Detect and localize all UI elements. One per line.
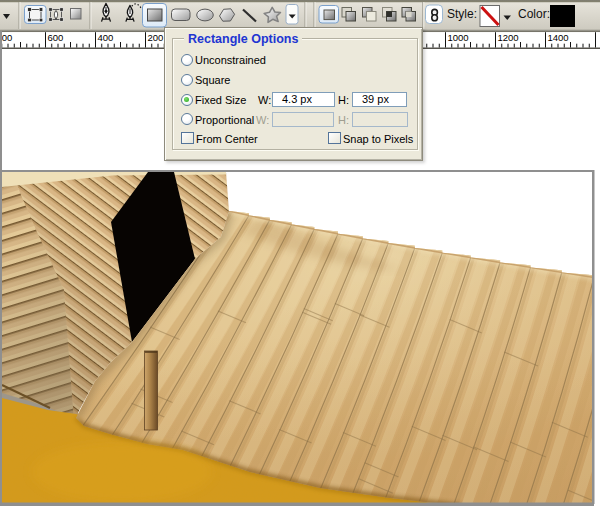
- svg-text:Style:: Style:: [447, 7, 477, 21]
- svg-text:400: 400: [98, 32, 114, 43]
- svg-text:600: 600: [48, 32, 64, 43]
- svg-text:Color:: Color:: [518, 7, 550, 21]
- svg-text:200: 200: [148, 32, 164, 43]
- svg-text:1400: 1400: [548, 32, 569, 43]
- svg-text:1200: 1200: [498, 32, 519, 43]
- svg-text:1000: 1000: [448, 32, 469, 43]
